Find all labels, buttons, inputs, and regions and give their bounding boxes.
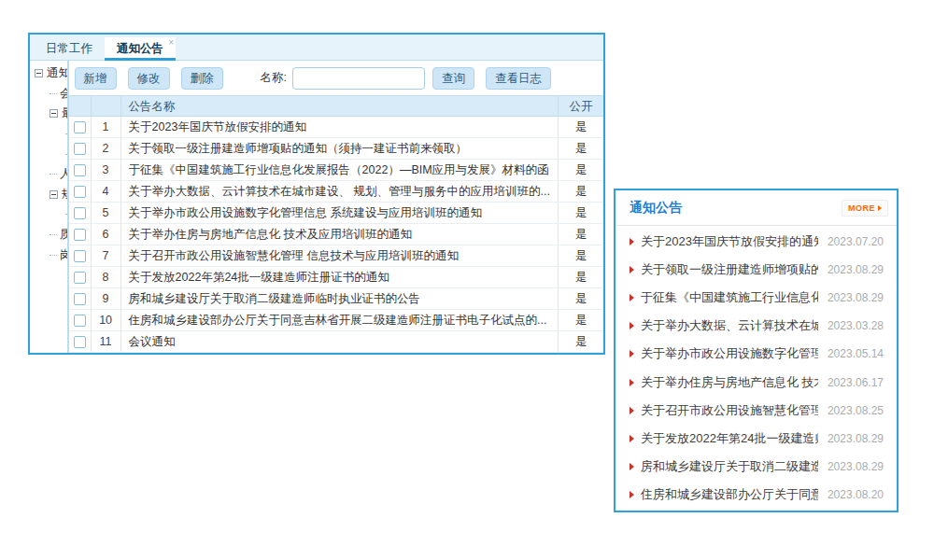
announcement-title[interactable]: 关于举办市政公用设施数字化管理信... [641,345,818,362]
announcement-title[interactable]: 住房和城乡建设部办公厅关于同意吉... [641,486,818,503]
row-title[interactable]: 关于举办大数据、云计算技术在城市建设、 规划、管理与服务中的应用培训班的... [121,181,558,202]
bullet-icon [630,350,634,357]
tree-item[interactable]: 222 [30,144,67,164]
table-row[interactable]: 8关于发放2022年第24批一级建造师注册证书的通知是 [69,267,603,288]
tree-item[interactable]: 放假通知 [30,204,67,225]
announcement-title[interactable]: 关于2023年国庆节放假安排的通知 [641,233,818,250]
announcement-item[interactable]: 关于2023年国庆节放假安排的通知2023.07.20 [616,228,897,256]
row-checkbox[interactable] [74,143,86,155]
row-title[interactable]: 住房和城乡建设部办公厅关于同意吉林省开展二级建造师注册证书电子化试点的... [121,310,558,330]
table-row[interactable]: 1关于2023年国庆节放假安排的通知是 [69,117,603,138]
row-public: 是 [558,288,603,309]
tab-daily-work[interactable]: 日常工作 [34,37,105,60]
row-checkbox-cell [69,267,92,287]
bullet-icon [630,407,634,414]
announcement-item[interactable]: 房和城乡建设厅关于取消二级建造师...2023.08.29 [616,453,897,481]
tree-connector [50,234,57,235]
tab-announcements[interactable]: 通知公告× [105,37,176,60]
tree-item[interactable]: 会议纪要 [30,84,67,105]
row-checkbox-cell [69,138,92,159]
announcement-item[interactable]: 关于举办大数据、云计算技术在城市...2023.03.28 [616,312,897,340]
tab-close-icon[interactable]: × [168,38,174,48]
row-checkbox[interactable] [74,272,86,284]
table-row[interactable]: 3于征集《中国建筑施工行业信息化发展报告（2022）—BIM应用与发展》材料的函… [69,160,603,181]
header-title-cell: 公告名称 [121,96,558,116]
row-checkbox[interactable] [74,121,86,133]
bullet-icon [630,294,634,301]
row-checkbox[interactable] [74,207,86,219]
announcement-item[interactable]: 关于举办市政公用设施数字化管理信...2023.05.14 [616,340,897,368]
row-title[interactable]: 关于领取一级注册建造师增项贴的通知（须持一建证书前来领取） [121,138,558,159]
row-checkbox[interactable] [74,229,86,241]
tree-connector [50,255,57,256]
row-title[interactable]: 关于召开市政公用设施智慧化管理 信息技术与应用培训班的通知 [121,245,558,266]
row-checkbox[interactable] [74,250,86,262]
collapse-icon[interactable] [35,69,43,77]
name-filter-input[interactable] [292,67,425,90]
row-title[interactable]: 于征集《中国建筑施工行业信息化发展报告（2022）—BIM应用与发展》材料的函 [121,160,558,180]
row-index: 2 [92,138,121,159]
row-title[interactable]: 关于发放2022年第24批一级建造师注册证书的通知 [121,267,558,287]
tab-bar: 日常工作通知公告× [30,35,603,61]
row-title[interactable]: 关于2023年国庆节放假安排的通知 [121,117,558,137]
query-button[interactable]: 查询 [432,67,474,90]
table-row[interactable]: 5关于举办市政公用设施数字化管理信息 系统建设与应用培训班的通知是 [69,203,603,224]
table-row[interactable]: 2关于领取一级注册建造师增项贴的通知（须持一建证书前来领取）是 [69,138,603,160]
row-index: 1 [92,117,121,137]
collapse-icon[interactable] [50,109,58,118]
view-log-button[interactable]: 查看日志 [486,67,551,90]
announcement-date: 2023.06.17 [828,376,884,389]
tree-item[interactable]: 人事任免 [30,164,67,185]
row-checkbox-cell [69,288,92,309]
add-button[interactable]: 新增 [75,67,117,90]
announcement-title[interactable]: 房和城乡建设厅关于取消二级建造师... [641,458,818,475]
header-public-cell: 公开 [558,96,603,116]
announcement-item[interactable]: 关于发放2022年第24批一级建造师...2023.08.29 [616,425,897,453]
row-title[interactable]: 会议通知 [121,331,558,352]
announcement-title[interactable]: 于征集《中国建筑施工行业信息化发... [641,289,818,306]
announcements-widget: 通知公告 MORE 关于2023年国庆节放假安排的通知2023.07.20关于领… [614,189,899,512]
announcement-item[interactable]: 关于举办住房与房地产信息化 技术...2023.06.17 [616,368,897,396]
tree-item[interactable]: 岗位竞聘 [30,245,67,265]
announcement-title[interactable]: 关于召开市政公用设施智慧化管理 ... [641,402,818,419]
name-filter-label: 名称: [261,70,287,86]
row-index: 9 [92,288,121,309]
announcement-title[interactable]: 关于领取一级注册建造师增项贴的通... [641,261,818,278]
row-title[interactable]: 关于举办住房与房地产信息化 技术及应用培训班的通知 [121,224,558,245]
row-public: 是 [558,310,603,330]
table-row[interactable]: 7关于召开市政公用设施智慧化管理 信息技术与应用培训班的通知是 [69,245,603,267]
tree-item[interactable]: 质量安全 [30,225,67,245]
tree-item[interactable]: 111 [30,124,67,145]
row-index: 5 [92,203,121,223]
row-checkbox[interactable] [74,336,86,348]
row-checkbox[interactable] [74,164,86,176]
collapse-icon[interactable] [50,190,58,199]
row-checkbox[interactable] [74,186,86,198]
table-row[interactable]: 4关于举办大数据、云计算技术在城市建设、 规划、管理与服务中的应用培训班的...… [69,181,603,203]
tree-item[interactable]: 通知公告 [30,63,67,84]
table-row[interactable]: 11会议通知是 [69,331,603,353]
row-checkbox[interactable] [74,293,86,305]
row-title[interactable]: 房和城乡建设厅关于取消二级建造师临时执业证书的公告 [121,288,558,309]
tree-item[interactable]: 规章制度 [30,185,67,205]
delete-button[interactable]: 删除 [181,67,223,90]
bullet-icon [630,322,634,329]
row-public: 是 [558,267,603,287]
tree-item[interactable]: 最新公告 [30,104,67,124]
announcement-title[interactable]: 关于举办住房与房地产信息化 技术... [641,374,818,391]
announcement-item[interactable]: 于征集《中国建筑施工行业信息化发...2023.08.29 [616,284,897,312]
row-checkbox[interactable] [74,315,86,327]
announcement-item[interactable]: 住房和城乡建设部办公厅关于同意吉...2023.08.20 [616,481,897,509]
edit-button[interactable]: 修改 [128,67,170,90]
row-title[interactable]: 关于举办市政公用设施数字化管理信息 系统建设与应用培训班的通知 [121,203,558,223]
announcement-item[interactable]: 关于领取一级注册建造师增项贴的通...2023.08.29 [616,256,897,284]
toolbar: 新增 修改 删除 名称: 查询 查看日志 [69,61,603,95]
table-row[interactable]: 10住房和城乡建设部办公厅关于同意吉林省开展二级建造师注册证书电子化试点的...… [69,310,603,331]
announcements-table: 公告名称 公开 1关于2023年国庆节放假安排的通知是2关于领取一级注册建造师增… [69,95,603,353]
announcement-title[interactable]: 关于发放2022年第24批一级建造师... [641,430,818,447]
more-button[interactable]: MORE [842,200,888,217]
announcement-title[interactable]: 关于举办大数据、云计算技术在城市... [641,317,818,334]
announcement-item[interactable]: 关于召开市政公用设施智慧化管理 ...2023.08.25 [616,397,897,425]
table-row[interactable]: 6关于举办住房与房地产信息化 技术及应用培训班的通知是 [69,224,603,245]
table-row[interactable]: 9房和城乡建设厅关于取消二级建造师临时执业证书的公告是 [69,288,603,310]
